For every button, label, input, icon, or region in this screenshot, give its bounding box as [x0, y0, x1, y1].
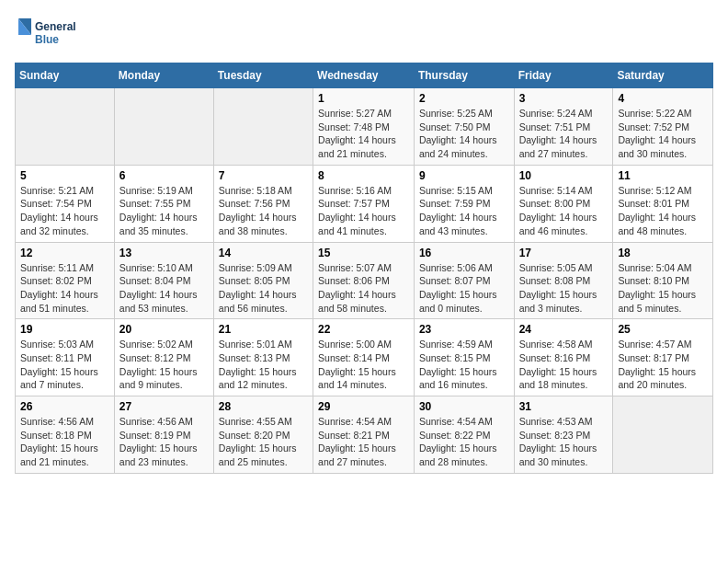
- calendar-cell: 23Sunrise: 4:59 AMSunset: 8:15 PMDayligh…: [414, 319, 514, 396]
- day-number: 22: [318, 323, 409, 336]
- day-number: 6: [119, 169, 209, 182]
- day-info: Sunrise: 5:24 AMSunset: 7:51 PMDaylight:…: [519, 107, 609, 161]
- day-info: Sunrise: 5:05 AMSunset: 8:08 PMDaylight:…: [519, 261, 609, 316]
- day-info: Sunrise: 5:19 AMSunset: 7:55 PMDaylight:…: [119, 184, 209, 238]
- calendar-week-4: 19Sunrise: 5:03 AMSunset: 8:11 PMDayligh…: [16, 319, 713, 396]
- day-number: 28: [219, 400, 308, 413]
- day-number: 9: [419, 169, 509, 182]
- calendar-cell: [613, 396, 713, 474]
- day-number: 27: [119, 400, 209, 413]
- calendar-cell: 1Sunrise: 5:27 AMSunset: 7:48 PMDaylight…: [313, 88, 415, 166]
- weekday-header-monday: Monday: [114, 63, 213, 88]
- logo: GeneralBlue: [15, 15, 79, 52]
- weekday-header-sunday: Sunday: [16, 63, 115, 88]
- day-number: 1: [318, 92, 409, 105]
- day-number: 18: [618, 247, 708, 259]
- weekday-header-row: SundayMondayTuesdayWednesdayThursdayFrid…: [16, 63, 713, 88]
- day-info: Sunrise: 5:15 AMSunset: 7:59 PMDaylight:…: [419, 184, 509, 238]
- calendar-cell: 19Sunrise: 5:03 AMSunset: 8:11 PMDayligh…: [16, 319, 115, 396]
- calendar-week-1: 1Sunrise: 5:27 AMSunset: 7:48 PMDaylight…: [16, 88, 713, 166]
- day-info: Sunrise: 4:54 AMSunset: 8:21 PMDaylight:…: [318, 415, 409, 469]
- day-number: 29: [318, 400, 409, 413]
- day-info: Sunrise: 5:00 AMSunset: 8:14 PMDaylight:…: [318, 338, 409, 392]
- day-number: 4: [618, 92, 708, 105]
- day-info: Sunrise: 5:06 AMSunset: 8:07 PMDaylight:…: [419, 261, 509, 316]
- day-number: 24: [519, 323, 609, 336]
- calendar-cell: 12Sunrise: 5:11 AMSunset: 8:02 PMDayligh…: [16, 242, 115, 319]
- day-number: 26: [20, 400, 109, 413]
- calendar-cell: 8Sunrise: 5:16 AMSunset: 7:57 PMDaylight…: [313, 165, 415, 242]
- calendar-cell: 7Sunrise: 5:18 AMSunset: 7:56 PMDaylight…: [213, 165, 313, 242]
- calendar-week-3: 12Sunrise: 5:11 AMSunset: 8:02 PMDayligh…: [16, 242, 713, 319]
- day-number: 23: [419, 323, 509, 336]
- calendar-cell: 3Sunrise: 5:24 AMSunset: 7:51 PMDaylight…: [514, 88, 613, 166]
- calendar-cell: [213, 88, 313, 166]
- calendar-cell: 4Sunrise: 5:22 AMSunset: 7:52 PMDaylight…: [613, 88, 713, 166]
- day-info: Sunrise: 5:12 AMSunset: 8:01 PMDaylight:…: [618, 184, 708, 238]
- weekday-header-friday: Friday: [514, 63, 613, 88]
- weekday-header-tuesday: Tuesday: [213, 63, 313, 88]
- day-info: Sunrise: 5:01 AMSunset: 8:13 PMDaylight:…: [219, 338, 308, 392]
- day-number: 8: [318, 169, 409, 182]
- day-number: 14: [219, 247, 308, 259]
- calendar-cell: 24Sunrise: 4:58 AMSunset: 8:16 PMDayligh…: [514, 319, 613, 396]
- day-info: Sunrise: 4:58 AMSunset: 8:16 PMDaylight:…: [519, 338, 609, 392]
- day-number: 19: [20, 323, 109, 336]
- day-number: 16: [419, 247, 509, 259]
- calendar-cell: [16, 88, 115, 166]
- calendar-cell: 26Sunrise: 4:56 AMSunset: 8:18 PMDayligh…: [16, 396, 115, 474]
- day-number: 10: [519, 169, 609, 182]
- day-number: 5: [20, 169, 109, 182]
- calendar-cell: 21Sunrise: 5:01 AMSunset: 8:13 PMDayligh…: [213, 319, 313, 396]
- calendar-cell: 6Sunrise: 5:19 AMSunset: 7:55 PMDaylight…: [114, 165, 213, 242]
- day-info: Sunrise: 5:04 AMSunset: 8:10 PMDaylight:…: [618, 261, 708, 316]
- calendar-cell: 5Sunrise: 5:21 AMSunset: 7:54 PMDaylight…: [16, 165, 115, 242]
- calendar-cell: 28Sunrise: 4:55 AMSunset: 8:20 PMDayligh…: [213, 396, 313, 474]
- day-info: Sunrise: 5:16 AMSunset: 7:57 PMDaylight:…: [318, 184, 409, 238]
- day-number: 20: [119, 323, 209, 336]
- calendar-cell: 29Sunrise: 4:54 AMSunset: 8:21 PMDayligh…: [313, 396, 415, 474]
- day-info: Sunrise: 4:55 AMSunset: 8:20 PMDaylight:…: [219, 415, 308, 469]
- calendar-cell: 13Sunrise: 5:10 AMSunset: 8:04 PMDayligh…: [114, 242, 213, 319]
- calendar-cell: 16Sunrise: 5:06 AMSunset: 8:07 PMDayligh…: [414, 242, 514, 319]
- calendar-cell: 20Sunrise: 5:02 AMSunset: 8:12 PMDayligh…: [114, 319, 213, 396]
- weekday-header-thursday: Thursday: [414, 63, 514, 88]
- calendar-cell: 11Sunrise: 5:12 AMSunset: 8:01 PMDayligh…: [613, 165, 713, 242]
- calendar-cell: [114, 88, 213, 166]
- day-info: Sunrise: 5:09 AMSunset: 8:05 PMDaylight:…: [219, 261, 308, 316]
- day-info: Sunrise: 5:11 AMSunset: 8:02 PMDaylight:…: [20, 261, 109, 316]
- day-number: 15: [318, 247, 409, 259]
- day-number: 7: [219, 169, 308, 182]
- weekday-header-saturday: Saturday: [613, 63, 713, 88]
- day-info: Sunrise: 4:59 AMSunset: 8:15 PMDaylight:…: [419, 338, 509, 392]
- day-info: Sunrise: 5:02 AMSunset: 8:12 PMDaylight:…: [119, 338, 209, 392]
- weekday-header-wednesday: Wednesday: [313, 63, 415, 88]
- day-info: Sunrise: 5:07 AMSunset: 8:06 PMDaylight:…: [318, 261, 409, 316]
- day-number: 3: [519, 92, 609, 105]
- day-info: Sunrise: 5:21 AMSunset: 7:54 PMDaylight:…: [20, 184, 109, 238]
- calendar-cell: 9Sunrise: 5:15 AMSunset: 7:59 PMDaylight…: [414, 165, 514, 242]
- svg-text:General: General: [35, 20, 76, 33]
- calendar-cell: 2Sunrise: 5:25 AMSunset: 7:50 PMDaylight…: [414, 88, 514, 166]
- day-number: 31: [519, 400, 609, 413]
- calendar-cell: 14Sunrise: 5:09 AMSunset: 8:05 PMDayligh…: [213, 242, 313, 319]
- svg-text:Blue: Blue: [35, 33, 59, 46]
- calendar-cell: 25Sunrise: 4:57 AMSunset: 8:17 PMDayligh…: [613, 319, 713, 396]
- calendar-cell: 18Sunrise: 5:04 AMSunset: 8:10 PMDayligh…: [613, 242, 713, 319]
- day-info: Sunrise: 5:25 AMSunset: 7:50 PMDaylight:…: [419, 107, 509, 161]
- day-info: Sunrise: 4:56 AMSunset: 8:18 PMDaylight:…: [20, 415, 109, 469]
- day-info: Sunrise: 5:18 AMSunset: 7:56 PMDaylight:…: [219, 184, 308, 238]
- day-number: 21: [219, 323, 308, 336]
- day-info: Sunrise: 4:53 AMSunset: 8:23 PMDaylight:…: [519, 415, 609, 469]
- day-number: 17: [519, 247, 609, 259]
- calendar-week-2: 5Sunrise: 5:21 AMSunset: 7:54 PMDaylight…: [16, 165, 713, 242]
- calendar-cell: 15Sunrise: 5:07 AMSunset: 8:06 PMDayligh…: [313, 242, 415, 319]
- day-number: 30: [419, 400, 509, 413]
- calendar-week-5: 26Sunrise: 4:56 AMSunset: 8:18 PMDayligh…: [16, 396, 713, 474]
- day-info: Sunrise: 5:14 AMSunset: 8:00 PMDaylight:…: [519, 184, 609, 238]
- day-info: Sunrise: 5:03 AMSunset: 8:11 PMDaylight:…: [20, 338, 109, 392]
- calendar-cell: 31Sunrise: 4:53 AMSunset: 8:23 PMDayligh…: [514, 396, 613, 474]
- day-info: Sunrise: 5:10 AMSunset: 8:04 PMDaylight:…: [119, 261, 209, 316]
- calendar-cell: 10Sunrise: 5:14 AMSunset: 8:00 PMDayligh…: [514, 165, 613, 242]
- calendar-cell: 22Sunrise: 5:00 AMSunset: 8:14 PMDayligh…: [313, 319, 415, 396]
